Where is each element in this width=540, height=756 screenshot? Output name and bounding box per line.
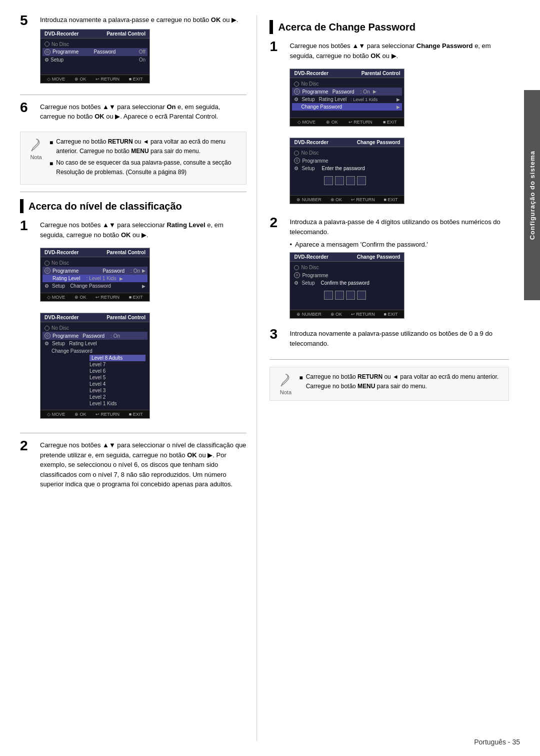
nota-label-1: Nota bbox=[30, 154, 42, 160]
step-1-pwd-text: Carregue nos botões ▲▼ para seleccionar … bbox=[290, 41, 509, 61]
footer-exit: ■ EXIT bbox=[129, 77, 143, 82]
step-2-rating: 2 Carregue nos botões ▲▼ para selecciona… bbox=[20, 440, 246, 493]
bullet-dot-1a: ■ bbox=[50, 138, 53, 156]
level-6: Level 6 bbox=[90, 368, 146, 374]
screen-footer-1: ◇ MOVE ⊕ OK ↩ RETURN ■ EXIT bbox=[40, 75, 150, 83]
note-text-1b: No caso de se esquecer da sua palavra-pa… bbox=[56, 158, 240, 177]
section-bar-rating bbox=[20, 199, 24, 213]
step-2-bullet: • Aparece a mensagem 'Confirm the passwo… bbox=[290, 241, 509, 248]
step-1-pwd-number: 1 bbox=[270, 40, 286, 54]
sr2-footer: ◇ MOVE ⊕ OK ↩ RETURN ■ EXIT bbox=[40, 410, 150, 418]
right-column: Acerca de Change Password 1 Carregue nos… bbox=[257, 15, 509, 741]
screen-header-1: DVD-Recorder Parental Control bbox=[40, 30, 150, 39]
section-rating-heading: Acerca do nível de classificação bbox=[20, 199, 246, 213]
step-2-pwd-content: Introduza a palavra-passe de 4 dígitos u… bbox=[290, 217, 509, 323]
divider-2 bbox=[20, 192, 246, 192]
pencil-note-icon-2 bbox=[278, 373, 292, 387]
step-5-number: 5 bbox=[20, 14, 36, 28]
pwd-screens-1: DVD-Recorder Parental Control No Disc ⊙ bbox=[290, 65, 509, 208]
level-4: Level 4 bbox=[90, 381, 146, 387]
step-1-rating-number: 1 bbox=[20, 219, 36, 233]
programme-label: Programme bbox=[52, 49, 92, 55]
page-container: 5 Introduza novamente a palavra-passe e … bbox=[0, 0, 540, 756]
step-2-pwd-text: Introduza a palavra-passe de 4 dígitos u… bbox=[290, 217, 509, 237]
sr1-title-left: DVD-Recorder bbox=[44, 250, 78, 255]
step-1-rating: 1 Carregue nos botões ▲▼ para selecciona… bbox=[20, 220, 246, 426]
section-change-pwd-heading: Acerca de Change Password bbox=[270, 20, 509, 34]
screen-title-left: DVD-Recorder bbox=[44, 31, 78, 37]
rating-screens: DVD-Recorder Parental Control No Disc ⊙ bbox=[40, 244, 246, 423]
side-tab: Configuração do sistema bbox=[524, 90, 540, 300]
sr1-footer: ◇ MOVE ⊕ OK ↩ RETURN ■ EXIT bbox=[40, 293, 150, 301]
sr1-setup-row: ⚙ Setup Change Password ▶ bbox=[44, 282, 146, 290]
left-column: 5 Introduza novamente a palavra-passe e … bbox=[20, 15, 257, 741]
note-left-2: Nota bbox=[276, 372, 295, 395]
bullet-dot-1b: ■ bbox=[50, 159, 53, 177]
sr1-no-disc: No Disc bbox=[44, 259, 146, 267]
screen-parental-1: DVD-Recorder Parental Control No Disc ⊙ … bbox=[40, 29, 150, 84]
step-5-text: Introduza novamente a palavra-passe e ca… bbox=[40, 15, 246, 25]
side-tab-label: Configuração do sistema bbox=[528, 151, 536, 240]
password-value: Off bbox=[139, 49, 146, 55]
level-5: Level 5 bbox=[90, 374, 146, 381]
step-5-content: Introduza novamente a palavra-passe e ca… bbox=[40, 15, 246, 88]
step-3-pwd-number: 3 bbox=[270, 327, 286, 341]
step-6-content: Carregue nos botões ▲▼ para seleccionar … bbox=[40, 102, 246, 126]
section-rating-title: Acerca do nível de classificação bbox=[28, 201, 182, 212]
programme-row: ⊙ Programme Password Off bbox=[42, 48, 148, 56]
step-6-number: 6 bbox=[20, 101, 36, 115]
pwd-squares-enter bbox=[324, 176, 366, 185]
screen-body-1: No Disc ⊙ Programme Password Off ⚙ bbox=[40, 39, 150, 75]
footer-move: ◇ MOVE bbox=[47, 77, 65, 82]
note-bullet-1b: ■ No caso de se esquecer da sua palavra-… bbox=[50, 158, 240, 177]
note-icon-1 bbox=[28, 137, 44, 153]
no-disc-label: No Disc bbox=[52, 42, 69, 47]
level-adults: Level 8 Adults bbox=[90, 355, 146, 361]
level-2: Level 2 bbox=[90, 394, 146, 400]
section-change-pwd-title: Acerca de Change Password bbox=[278, 22, 416, 33]
pwd-squares-confirm bbox=[324, 291, 366, 300]
step-2-rating-content: Carregue nos botões ▲▼ para seleccionar … bbox=[40, 440, 246, 493]
footer-return: ↩ RETURN bbox=[96, 77, 120, 82]
screen-pwd-1: DVD-Recorder Parental Control No Disc ⊙ bbox=[290, 69, 404, 127]
divider-1 bbox=[20, 95, 246, 95]
sr1-rating-row: Rating Level : Level 1 Kids ▶ bbox=[42, 275, 148, 282]
empty-row-4 bbox=[44, 70, 146, 72]
note-content-1: ■ Carregue no botão RETURN ou ◄ para vol… bbox=[50, 137, 240, 180]
sr1-body: No Disc ⊙ Programme Password : On ▶ bbox=[40, 257, 150, 293]
page-number: Português - 35 bbox=[474, 738, 520, 746]
step-2-pwd-number: 2 bbox=[270, 216, 286, 230]
step-3-pwd-content: Introduza novamente a palavra-passe util… bbox=[290, 329, 509, 352]
footer-ok: ⊕ OK bbox=[74, 77, 86, 82]
level-7: Level 7 bbox=[90, 361, 146, 368]
setup-on-value: On bbox=[139, 57, 146, 63]
note-icon-2 bbox=[278, 372, 294, 388]
screen-pwd-enter: DVD-Recorder Change Password No Disc ⊙ bbox=[290, 138, 404, 204]
sr2-body: No Disc ⊙ Programme Password : On ⚙ bbox=[40, 322, 150, 410]
screen-pwd-confirm: DVD-Recorder Change Password No Disc ⊙ P… bbox=[290, 252, 404, 319]
note-text-1a: Carregue no botão RETURN ou ◄ para volta… bbox=[56, 137, 240, 156]
nota-label-2: Nota bbox=[280, 389, 292, 395]
section-bar-pwd bbox=[270, 20, 273, 34]
disc-icon bbox=[44, 42, 50, 47]
no-disc-row: No Disc bbox=[44, 41, 146, 48]
step-1-rating-content: Carregue nos botões ▲▼ para seleccionar … bbox=[40, 220, 246, 426]
pencil-note-icon bbox=[29, 138, 43, 152]
step-6-text: Carregue nos botões ▲▼ para seleccionar … bbox=[40, 102, 246, 122]
step-3-pwd-text: Introduza novamente a palavra-passe util… bbox=[290, 329, 509, 348]
note-bullet-1a: ■ Carregue no botão RETURN ou ◄ para vol… bbox=[50, 137, 240, 156]
divider-3 bbox=[20, 433, 246, 433]
divider-right bbox=[270, 359, 509, 360]
step-2-bullet-text: Aparece a mensagem 'Confirm the password… bbox=[295, 241, 428, 248]
level-1-kids: Level 1 Kids bbox=[90, 400, 146, 407]
page-footer: Português - 35 bbox=[474, 738, 520, 746]
note-box-1: Nota ■ Carregue no botão RETURN ou ◄ par… bbox=[20, 132, 246, 185]
step-6: 6 Carregue nos botões ▲▼ para selecciona… bbox=[20, 102, 246, 126]
note-bullet-2a: ■ Carregue no botão RETURN ou ◄ para vol… bbox=[299, 372, 502, 391]
note-left-1: Nota bbox=[26, 137, 46, 160]
setup-label: Setup bbox=[50, 57, 64, 63]
step-1-rating-text: Carregue nos botões ▲▼ para seleccionar … bbox=[40, 220, 246, 240]
screen-title-right: Parental Control bbox=[106, 31, 146, 37]
bullet-dot-2: • bbox=[290, 241, 292, 248]
sr1-prog-row: ⊙ Programme Password : On ▶ bbox=[42, 267, 148, 275]
